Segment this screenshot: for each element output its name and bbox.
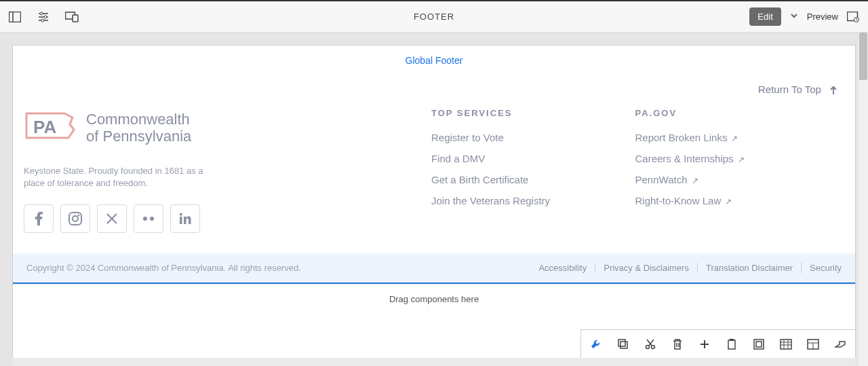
return-to-top[interactable]: Return To Top: [13, 84, 855, 108]
link-rtk-law[interactable]: Right-to-Know Law↗: [635, 195, 840, 206]
link-translation[interactable]: Translation Disclaimer: [697, 263, 793, 273]
svg-rect-25: [730, 339, 734, 341]
svg-point-3: [40, 12, 43, 15]
return-to-top-label: Return To Top: [758, 84, 821, 95]
linkedin-icon[interactable]: [170, 204, 200, 233]
svg-point-15: [78, 215, 80, 217]
svg-point-23: [652, 346, 655, 349]
external-icon: ↗: [725, 197, 732, 206]
chevron-down-icon[interactable]: [789, 11, 799, 23]
parsys-icon[interactable]: [774, 334, 798, 354]
social-links: [24, 204, 431, 233]
instagram-icon[interactable]: [60, 204, 90, 233]
link-privacy[interactable]: Privacy & Disclaimers: [595, 263, 689, 273]
wrench-icon[interactable]: [584, 334, 608, 354]
svg-point-17: [150, 217, 154, 221]
svg-text:PA: PA: [33, 117, 56, 137]
bottom-links: Accessibility Privacy & Disclaimers Tran…: [530, 263, 842, 273]
brand-column: PA Commonwealth of Pennsylvania Keystone…: [24, 108, 431, 233]
pagov-column: PA.GOV Report Broken Links↗ Careers & In…: [635, 108, 840, 233]
link-broken-links[interactable]: Report Broken Links↗: [635, 132, 840, 143]
external-icon: ↗: [692, 176, 698, 185]
horizontal-scrollbar[interactable]: [12, 358, 856, 366]
link-register-vote[interactable]: Register to Vote: [431, 132, 635, 143]
canvas-wrap: Global Footer Return To Top PA Commonwea…: [0, 33, 868, 366]
svg-rect-20: [620, 342, 627, 348]
brand-title-line1: Commonwealth: [86, 111, 191, 128]
settings-icon[interactable]: [37, 10, 50, 24]
svg-point-7: [41, 19, 44, 22]
footer-body: PA Commonwealth of Pennsylvania Keystone…: [13, 108, 855, 253]
link-security[interactable]: Security: [801, 263, 842, 273]
page-properties-icon[interactable]: [846, 10, 860, 24]
canvas: Global Footer Return To Top PA Commonwea…: [12, 45, 856, 366]
topbar-left: [8, 10, 79, 24]
svg-rect-13: [69, 213, 81, 225]
sidepanel-icon[interactable]: [8, 10, 22, 24]
drag-components-zone[interactable]: Drag components here: [13, 284, 855, 314]
svg-rect-28: [781, 340, 791, 349]
copy-icon[interactable]: [611, 334, 635, 354]
component-toolbar: [580, 329, 856, 359]
link-careers[interactable]: Careers & Internships↗: [635, 153, 840, 164]
delete-icon[interactable]: [665, 334, 690, 354]
svg-rect-0: [9, 12, 21, 22]
link-birth-certificate[interactable]: Get a Birth Certificate: [431, 174, 635, 185]
global-footer-link[interactable]: Global Footer: [13, 45, 855, 84]
pagov-head: PA.GOV: [635, 108, 840, 118]
footer-bottom-bar: Copyright © 2024 Commonwealth of Pennsyl…: [13, 253, 855, 284]
topbar-right: Edit Preview: [749, 7, 860, 26]
cut-icon[interactable]: [638, 334, 663, 354]
layout-icon[interactable]: [801, 334, 825, 354]
arrow-up-icon: [828, 85, 839, 96]
facebook-icon[interactable]: [24, 204, 54, 233]
flickr-icon[interactable]: [134, 204, 163, 233]
x-twitter-icon[interactable]: [97, 204, 127, 233]
svg-point-19: [180, 213, 182, 216]
top-services-head: TOP SERVICES: [431, 108, 635, 118]
link-find-dmv[interactable]: Find a DMV: [431, 153, 635, 164]
svg-point-5: [44, 16, 47, 18]
group-icon[interactable]: [747, 334, 771, 354]
scrollbar-thumb[interactable]: [859, 33, 867, 80]
copyright-text: Copyright © 2024 Commonwealth of Pennsyl…: [26, 263, 301, 273]
edit-button[interactable]: Edit: [749, 7, 781, 26]
add-icon[interactable]: [692, 334, 717, 354]
svg-point-14: [73, 216, 78, 221]
link-pennwatch[interactable]: PennWatch↗: [635, 174, 840, 185]
svg-rect-24: [728, 340, 735, 349]
vertical-scrollbar[interactable]: [859, 33, 868, 366]
external-icon: ↗: [738, 155, 745, 164]
logo-row: PA Commonwealth of Pennsylvania: [24, 108, 431, 147]
devices-icon[interactable]: [65, 10, 79, 24]
brand-title-line2: of Pennsylvania: [86, 128, 191, 145]
svg-rect-9: [73, 15, 78, 22]
convert-icon[interactable]: [828, 334, 852, 354]
top-services-column: TOP SERVICES Register to Vote Find a DMV…: [431, 108, 635, 233]
svg-point-16: [143, 217, 147, 221]
svg-rect-18: [180, 217, 182, 224]
brand-title: Commonwealth of Pennsylvania: [86, 111, 191, 145]
preview-button[interactable]: Preview: [807, 12, 838, 22]
svg-point-22: [646, 346, 650, 349]
pa-logo-icon: PA: [24, 108, 77, 147]
svg-rect-26: [754, 340, 764, 349]
paste-icon[interactable]: [719, 334, 744, 354]
editor-topbar: FOOTER Edit Preview: [0, 0, 868, 33]
svg-rect-21: [618, 340, 625, 346]
brand-tagline: Keystone State. Proudly founded in 1681 …: [24, 165, 207, 189]
external-icon: ↗: [731, 134, 738, 143]
page-title: FOOTER: [414, 12, 454, 22]
link-accessibility[interactable]: Accessibility: [530, 263, 587, 273]
svg-rect-27: [756, 342, 762, 347]
link-veterans-registry[interactable]: Join the Veterans Registry: [431, 195, 635, 206]
